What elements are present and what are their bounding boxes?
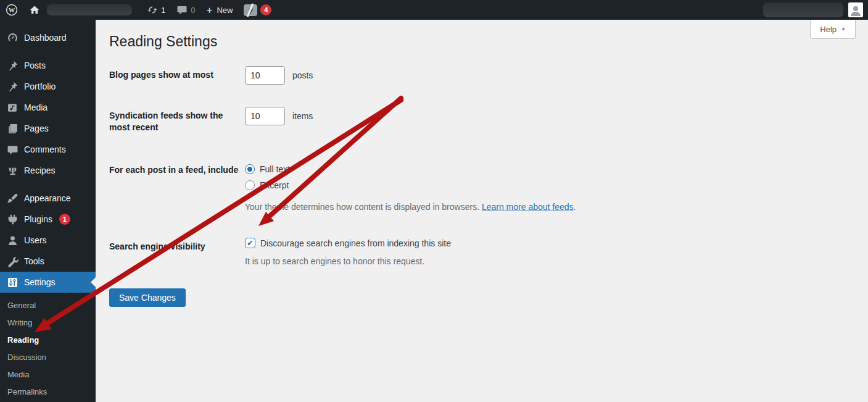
field-label: Syndication feeds show the most recent (109, 107, 245, 134)
field-label: Search engine visibility (109, 238, 245, 266)
menu-separator (0, 181, 96, 188)
home-icon (29, 4, 40, 15)
sidebar-item-label: Appearance (24, 193, 71, 203)
feed-items-input[interactable] (245, 107, 285, 125)
admin-bar-right (763, 2, 868, 17)
feed-note-text: Your theme determines how content is dis… (245, 202, 479, 212)
admin-bar: W 1 0 + New y 4 (0, 0, 868, 20)
submenu-label: Writing (7, 318, 32, 327)
sidebar-item-label: Portfolio (24, 82, 56, 91)
learn-more-feeds-link[interactable]: Learn more about feeds (482, 202, 574, 212)
sidebar-item-label: Media (24, 103, 48, 112)
sidebar-item-label: Comments (24, 144, 66, 154)
sidebar-item-media[interactable]: Media (0, 97, 96, 118)
submenu-item-general[interactable]: General (0, 296, 96, 314)
comments-indicator[interactable]: 0 (171, 0, 200, 20)
full-text-radio[interactable] (245, 164, 255, 174)
honor-request-note: It is up to search engines to honor this… (245, 256, 451, 266)
submenu-label: Discussion (7, 353, 46, 362)
field-label: For each post in a feed, include (109, 161, 245, 212)
chevron-down-icon: ▼ (841, 27, 846, 32)
brush-icon (6, 192, 19, 204)
wordpress-logo-icon: W (6, 4, 18, 16)
sidebar-item-comments[interactable]: Comments (0, 139, 96, 160)
radio-label: Full text (260, 164, 290, 174)
excerpt-radio[interactable] (245, 180, 255, 190)
admin-sidebar: Dashboard Posts Portfolio Media Pages (0, 20, 96, 402)
help-button[interactable]: Help ▼ (810, 20, 856, 39)
sidebar-item-label: Posts (24, 61, 46, 70)
avatar[interactable] (848, 2, 863, 17)
submenu-item-reading[interactable]: Reading (0, 331, 96, 348)
sidebar-item-recipes[interactable]: Recipes (0, 160, 96, 181)
sidebar-item-label: Tools (24, 256, 44, 266)
sidebar-item-tools[interactable]: Tools (0, 251, 96, 272)
feed-note: Your theme determines how content is dis… (245, 202, 576, 212)
updates-indicator[interactable]: 1 (141, 0, 171, 20)
comment-bubble-icon (176, 4, 188, 15)
sidebar-item-dashboard[interactable]: Dashboard (0, 27, 96, 48)
sidebar-item-label: Settings (24, 277, 56, 287)
sidebar-item-posts[interactable]: Posts (0, 55, 96, 76)
plus-icon: + (206, 5, 212, 15)
user-icon (6, 234, 19, 246)
sidebar-item-portfolio[interactable]: Portfolio (0, 76, 96, 97)
field-label: Blog pages show at most (109, 66, 245, 85)
person-silhouette-icon (849, 5, 862, 16)
wrench-icon (6, 255, 19, 267)
sidebar-item-label: Dashboard (24, 33, 67, 43)
blog-pages-input[interactable] (245, 66, 285, 85)
field-suffix: items (292, 111, 313, 121)
page-title: Reading Settings (109, 33, 856, 51)
submenu-item-permalinks[interactable]: Permalinks (0, 383, 96, 400)
submenu-label: Reading (7, 335, 39, 345)
comments-count: 0 (191, 6, 195, 15)
blog-pages-row: Blog pages show at most posts (109, 66, 856, 85)
plugins-update-badge: 1 (59, 214, 70, 225)
media-icon (6, 101, 19, 114)
sidebar-item-label: Users (24, 235, 47, 245)
updates-count: 1 (161, 6, 165, 15)
submenu-label: General (7, 301, 36, 310)
submenu-item-discussion[interactable]: Discussion (0, 348, 96, 366)
svg-text:W: W (9, 7, 15, 14)
new-label: New (217, 6, 233, 15)
syndication-feeds-row: Syndication feeds show the most recent i… (109, 107, 856, 134)
sliders-icon (6, 276, 19, 288)
blurred-account-name[interactable] (763, 2, 843, 17)
main-content: Help ▼ Reading Settings Blog pages show … (96, 20, 868, 402)
checkbox-label: Discourage search engines from indexing … (260, 238, 451, 248)
discourage-indexing-checkbox[interactable]: ✔ (245, 238, 255, 248)
wordpress-logo-menu[interactable]: W (0, 0, 23, 20)
sidebar-item-appearance[interactable]: Appearance (0, 188, 96, 209)
site-home-link[interactable] (23, 0, 141, 20)
save-changes-button[interactable]: Save Changes (109, 288, 186, 307)
new-content-menu[interactable]: + New (200, 0, 238, 20)
pushpin-icon (6, 80, 19, 93)
menu-separator (0, 48, 96, 55)
blurred-site-title[interactable] (47, 4, 132, 15)
trophy-icon (6, 164, 19, 177)
discourage-indexing-option[interactable]: ✔ Discourage search engines from indexin… (245, 238, 451, 248)
full-text-option[interactable]: Full text (245, 161, 576, 177)
feed-note-period: . (574, 202, 576, 212)
sidebar-item-label: Recipes (24, 165, 56, 175)
update-arrows-icon (147, 4, 158, 15)
sidebar-item-plugins[interactable]: Plugins 1 (0, 209, 96, 230)
pushpin-icon (6, 59, 19, 72)
comment-icon (6, 143, 19, 156)
sidebar-item-pages[interactable]: Pages (0, 118, 96, 139)
submenu-item-writing[interactable]: Writing (0, 314, 96, 331)
feed-content-row: For each post in a feed, include Full te… (109, 161, 856, 212)
excerpt-option[interactable]: Excerpt (245, 177, 576, 193)
settings-submenu: General Writing Reading Discussion Media… (0, 293, 96, 400)
field-suffix: posts (292, 70, 313, 80)
pages-icon (6, 122, 19, 135)
dashboard-icon (6, 31, 19, 44)
yoast-seo-menu[interactable]: y 4 (238, 0, 277, 20)
plugin-icon (6, 213, 19, 225)
submenu-item-media[interactable]: Media (0, 366, 96, 383)
sidebar-item-label: Pages (24, 124, 49, 133)
sidebar-item-users[interactable]: Users (0, 230, 96, 251)
sidebar-item-settings[interactable]: Settings (0, 272, 96, 293)
